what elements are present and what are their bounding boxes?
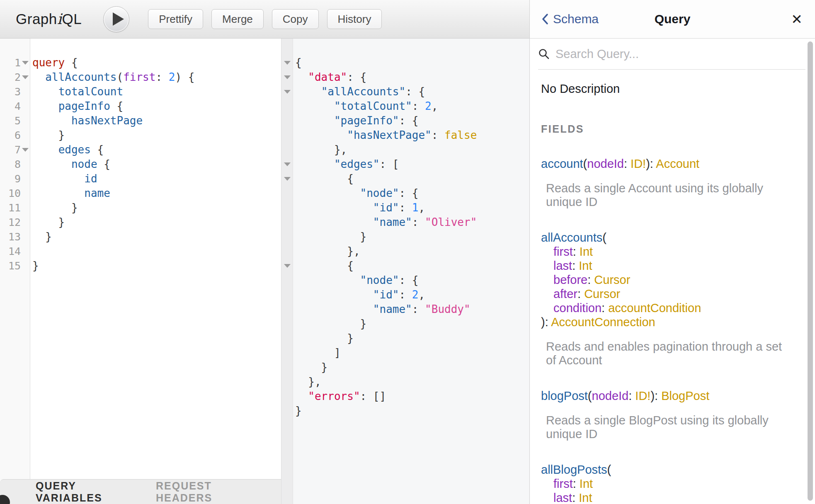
doc-arg-name: nodeId — [592, 389, 629, 402]
doc-field-signature[interactable]: before: Cursor — [541, 273, 804, 287]
response-gutter-row — [281, 317, 293, 331]
tab-request-headers[interactable]: REQUEST HEADERS — [156, 480, 264, 504]
doc-field-signature[interactable]: allAccounts( — [541, 230, 804, 245]
close-icon[interactable]: ✕ — [791, 12, 803, 26]
no-description-text: No Description — [541, 82, 804, 96]
query-line[interactable]: } — [32, 215, 194, 230]
response-line: "node": { — [295, 186, 477, 201]
query-line[interactable]: edges { — [32, 143, 194, 157]
query-code[interactable]: query { allAccounts(first: 2) { totalCou… — [30, 39, 194, 504]
app-logo: GraphiQL — [16, 11, 82, 27]
doc-type-link[interactable]: Int — [579, 491, 592, 504]
query-line[interactable]: allAccounts(first: 2) { — [32, 70, 194, 85]
execute-button[interactable] — [103, 6, 129, 32]
response-code: { "data": { "allAccounts": { "totalCount… — [293, 39, 477, 504]
toolbar-buttons: PrettifyMergeCopyHistory — [148, 9, 390, 29]
response-line: "allAccounts": { — [295, 85, 477, 99]
line-number: 13 — [0, 231, 21, 243]
gutter-row: 3 — [0, 85, 30, 99]
fold-arrow-icon[interactable] — [284, 264, 291, 268]
response-line: "pageInfo": { — [295, 114, 477, 128]
doc-field: allAccounts(first: Intlast: Intbefore: C… — [541, 230, 804, 367]
doc-field-signature[interactable]: first: Int — [541, 477, 804, 491]
fold-arrow-icon[interactable] — [284, 162, 291, 166]
doc-scrollbar-thumb[interactable] — [808, 41, 813, 501]
doc-type-link[interactable]: Account — [656, 157, 699, 170]
doc-search-input[interactable] — [555, 47, 805, 61]
doc-type-link[interactable]: Int — [579, 259, 592, 272]
toolbar-button-copy[interactable]: Copy — [272, 9, 319, 29]
doc-field-signature[interactable]: account(nodeId: ID!): Account — [541, 157, 804, 171]
doc-type-link[interactable]: AccountConnection — [551, 315, 655, 329]
line-number: 15 — [0, 260, 21, 272]
doc-field-name[interactable]: allAccounts — [541, 231, 602, 244]
doc-field-signature[interactable]: last: Int — [541, 259, 804, 273]
doc-field-signature[interactable]: blogPost(nodeId: ID!): BlogPost — [541, 389, 804, 403]
query-line[interactable]: query { — [32, 56, 194, 70]
response-gutter-row — [281, 186, 293, 201]
doc-field-signature[interactable]: last: Int — [541, 491, 804, 504]
line-number: 11 — [0, 202, 21, 214]
response-line: "edges": [ — [295, 157, 477, 172]
query-line[interactable]: } — [32, 259, 194, 273]
doc-field-name[interactable]: account — [541, 157, 583, 170]
query-line[interactable]: } — [32, 128, 194, 143]
doc-field-signature[interactable]: first: Int — [541, 245, 804, 259]
query-line[interactable]: node { — [32, 157, 194, 172]
response-gutter-row — [281, 331, 293, 346]
toolbar-button-prettify[interactable]: Prettify — [148, 9, 203, 29]
gutter-row: 12 — [0, 215, 30, 230]
query-line[interactable]: } — [32, 201, 194, 215]
query-line[interactable]: totalCount — [32, 85, 194, 99]
response-gutter-row — [281, 375, 293, 389]
doc-type-link[interactable]: ID! — [635, 389, 650, 402]
fold-arrow-icon[interactable] — [284, 177, 291, 181]
doc-field-signature[interactable]: condition: accountCondition — [541, 301, 804, 315]
response-gutter-row — [281, 230, 293, 244]
toolbar-button-merge[interactable]: Merge — [211, 9, 264, 29]
line-number: 9 — [0, 173, 21, 185]
response-gutter-row — [281, 259, 293, 273]
response-line: { — [295, 56, 477, 70]
response-gutter-row — [281, 346, 293, 360]
line-number: 5 — [0, 115, 21, 127]
tab-query-variables[interactable]: QUERY VARIABLES — [36, 480, 139, 504]
response-gutter-row — [281, 288, 293, 302]
doc-type-link[interactable]: Cursor — [594, 273, 630, 286]
toolbar-button-history[interactable]: History — [327, 9, 382, 29]
fold-arrow-icon[interactable] — [284, 61, 291, 65]
doc-type-link[interactable]: BlogPost — [661, 389, 709, 402]
doc-back-link[interactable]: Schema — [541, 12, 599, 26]
fold-arrow-icon[interactable] — [22, 61, 29, 65]
doc-field-description: Reads and enables pagination through a s… — [541, 340, 804, 367]
doc-field-name[interactable]: blogPost — [541, 389, 588, 402]
doc-type-link[interactable]: ID! — [631, 157, 646, 170]
doc-type-link[interactable]: Cursor — [584, 287, 620, 300]
query-line[interactable]: id — [32, 172, 194, 186]
query-line[interactable]: } — [32, 230, 194, 244]
query-line[interactable]: hasNextPage — [32, 114, 194, 128]
response-gutter-row — [281, 389, 293, 404]
doc-type-link[interactable]: accountCondition — [608, 301, 701, 315]
doc-field: account(nodeId: ID!): AccountReads a sin… — [541, 157, 804, 209]
query-line[interactable] — [32, 244, 194, 259]
query-line[interactable]: name — [32, 186, 194, 201]
doc-type-link[interactable]: Int — [580, 477, 593, 490]
fold-arrow-icon[interactable] — [284, 75, 291, 79]
response-line: "totalCount": 2, — [295, 99, 477, 114]
doc-field: allBlogPosts(first: Intlast: Int — [541, 463, 804, 504]
fold-arrow-icon[interactable] — [22, 148, 29, 152]
query-line[interactable]: pageInfo { — [32, 99, 194, 114]
response-line: ] — [295, 346, 477, 360]
doc-field-name[interactable]: allBlogPosts — [541, 463, 607, 476]
gutter-row: 8 — [0, 157, 30, 172]
response-gutter-row — [281, 244, 293, 259]
fold-arrow-icon[interactable] — [284, 90, 291, 94]
doc-field-signature[interactable]: after: Cursor — [541, 287, 804, 301]
doc-field-signature[interactable]: ): AccountConnection — [541, 315, 804, 329]
fold-arrow-icon[interactable] — [22, 75, 29, 79]
response-line: } — [295, 317, 477, 331]
doc-field-signature[interactable]: allBlogPosts( — [541, 463, 804, 477]
query-editor[interactable]: 123456789101112131415 query { allAccount… — [0, 39, 281, 504]
doc-type-link[interactable]: Int — [580, 245, 593, 258]
